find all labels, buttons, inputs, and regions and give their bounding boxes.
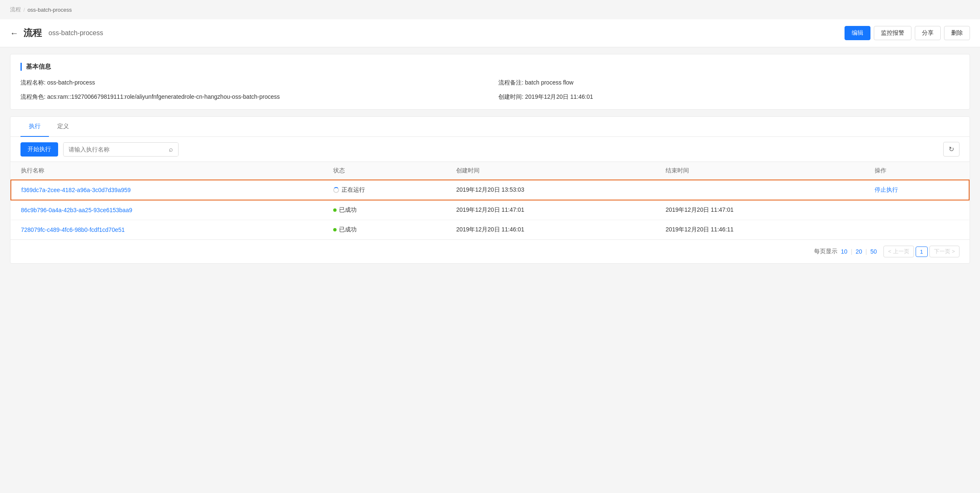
search-icon: ⌕	[169, 146, 173, 153]
ended-time: 2019年12月20日 11:47:01	[656, 200, 865, 220]
page-title: 流程	[23, 27, 42, 39]
next-page-button[interactable]: 下一页 >	[929, 246, 960, 257]
table-row: f369dc7a-2cee-4182-a96a-3c0d7d39a959正在运行…	[11, 180, 969, 200]
name-label: 流程名称: oss-batch-process	[20, 79, 482, 87]
basic-info-card: 基本信息 流程名称: oss-batch-process 流程备注: batch…	[10, 54, 970, 110]
role-label: 流程角色: acs:ram::1927006679819111:role/ali…	[20, 93, 482, 101]
delete-button[interactable]: 删除	[944, 26, 970, 40]
page-size-10[interactable]: 10	[841, 248, 847, 255]
current-page: 1	[916, 246, 928, 257]
execution-name-link[interactable]: 728079fc-c489-4fc6-98b0-fcdf1cd70e51	[21, 226, 125, 233]
tabs-container: 执行 定义 开始执行 ⌕ ↻	[10, 116, 970, 264]
col-name: 执行名称	[11, 162, 323, 180]
breadcrumb-separator: /	[23, 7, 25, 13]
page-nav: < 上一页 1 下一页 >	[883, 246, 960, 257]
refresh-icon: ↻	[949, 146, 954, 153]
tab-execution[interactable]: 执行	[20, 117, 49, 137]
page-size-20[interactable]: 20	[856, 248, 863, 255]
remark-label: 流程备注: batch process flow	[498, 79, 960, 87]
created-time: 2019年12月20日 11:47:01	[446, 200, 656, 220]
page-header: ← 流程 oss-batch-process 编辑 监控报警 分享 删除	[0, 19, 980, 47]
success-dot-icon	[333, 228, 337, 231]
edit-button[interactable]: 编辑	[845, 26, 870, 40]
back-button[interactable]: ←	[10, 28, 18, 38]
content: 基本信息 流程名称: oss-batch-process 流程备注: batch…	[0, 47, 980, 270]
header-actions: 编辑 监控报警 分享 删除	[845, 26, 970, 40]
success-dot-icon	[333, 208, 337, 212]
ended-time	[656, 180, 865, 200]
created-time: 2019年12月20日 13:53:03	[446, 180, 656, 200]
col-status: 状态	[323, 162, 447, 180]
per-page-label: 每页显示	[814, 248, 837, 255]
breadcrumb-parent[interactable]: 流程	[10, 6, 21, 13]
sep-1: |	[851, 248, 852, 255]
spinner-icon	[333, 187, 339, 193]
refresh-button[interactable]: ↻	[943, 142, 960, 157]
page-wrapper: 流程 / oss-batch-process ← 流程 oss-batch-pr…	[0, 0, 980, 493]
table-toolbar: 开始执行 ⌕ ↻	[10, 137, 970, 162]
created-time: 2019年12月20日 11:46:01	[446, 220, 656, 240]
execution-name-link[interactable]: f369dc7a-2cee-4182-a96a-3c0d7d39a959	[21, 187, 131, 193]
start-execution-button[interactable]: 开始执行	[20, 142, 58, 157]
created-label: 创建时间: 2019年12月20日 11:46:01	[498, 93, 960, 101]
table-row: 86c9b796-0a4a-42b3-aa25-93ce6153baa9已成功2…	[11, 200, 969, 220]
data-table: 执行名称 状态 创建时间 结束时间 操作 f369dc7a-2cee-4182-…	[10, 162, 970, 239]
status-success: 已成功	[333, 226, 436, 234]
monitor-button[interactable]: 监控报警	[874, 26, 911, 40]
ended-time: 2019年12月20日 11:46:11	[656, 220, 865, 240]
page-subtitle: oss-batch-process	[48, 29, 103, 37]
info-created: 创建时间: 2019年12月20日 11:46:01	[498, 93, 960, 101]
breadcrumb-current: oss-batch-process	[28, 7, 72, 13]
sep-2: |	[865, 248, 867, 255]
stop-execution-link[interactable]: 停止执行	[875, 186, 898, 193]
tab-definition[interactable]: 定义	[49, 117, 77, 137]
info-role: 流程角色: acs:ram::1927006679819111:role/ali…	[20, 93, 482, 101]
prev-page-button[interactable]: < 上一页	[883, 246, 914, 257]
col-action: 操作	[865, 162, 969, 180]
status-running: 正在运行	[333, 186, 436, 194]
tabs-header: 执行 定义	[10, 117, 970, 137]
execution-name-link[interactable]: 86c9b796-0a4a-42b3-aa25-93ce6153baa9	[21, 207, 132, 213]
info-name: 流程名称: oss-batch-process	[20, 79, 482, 87]
col-created: 创建时间	[446, 162, 656, 180]
table-row: 728079fc-c489-4fc6-98b0-fcdf1cd70e51已成功2…	[11, 220, 969, 240]
info-remark: 流程备注: batch process flow	[498, 79, 960, 87]
table-header-row: 执行名称 状态 创建时间 结束时间 操作	[11, 162, 969, 180]
search-input[interactable]	[64, 143, 164, 156]
pagination: 每页显示 10 | 20 | 50 < 上一页 1 下一页 >	[10, 239, 970, 263]
search-box: ⌕	[63, 142, 179, 157]
search-button[interactable]: ⌕	[164, 143, 178, 156]
header-left: ← 流程 oss-batch-process	[10, 27, 103, 39]
info-grid: 流程名称: oss-batch-process 流程备注: batch proc…	[20, 79, 960, 101]
toolbar-left: 开始执行 ⌕	[20, 142, 179, 157]
col-ended: 结束时间	[656, 162, 865, 180]
status-success: 已成功	[333, 206, 436, 214]
share-button[interactable]: 分享	[915, 26, 941, 40]
basic-info-title: 基本信息	[20, 63, 960, 71]
breadcrumb: 流程 / oss-batch-process	[0, 0, 980, 19]
page-size-50[interactable]: 50	[870, 248, 877, 255]
